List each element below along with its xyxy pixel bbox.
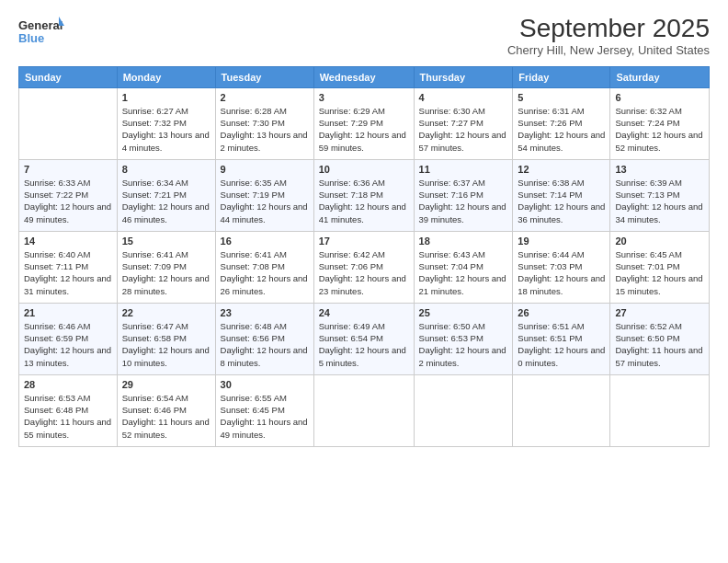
- subtitle: Cherry Hill, New Jersey, United States: [507, 43, 710, 57]
- day-cell: 23 Sunrise: 6:48 AMSunset: 6:56 PMDaylig…: [215, 303, 313, 374]
- day-info: Sunrise: 6:27 AMSunset: 7:32 PMDaylight:…: [122, 105, 210, 154]
- day-number: 9: [221, 164, 309, 175]
- day-info: Sunrise: 6:42 AMSunset: 7:06 PMDaylight:…: [319, 248, 409, 297]
- day-info: Sunrise: 6:41 AMSunset: 7:08 PMDaylight:…: [221, 248, 309, 297]
- title-block: September 2025 Cherry Hill, New Jersey, …: [507, 15, 710, 57]
- day-cell: [414, 374, 513, 446]
- day-cell: 28 Sunrise: 6:53 AMSunset: 6:48 PMDaylig…: [19, 374, 118, 446]
- day-info: Sunrise: 6:46 AMSunset: 6:59 PMDaylight:…: [24, 320, 112, 369]
- day-cell: 12 Sunrise: 6:38 AMSunset: 7:14 PMDaylig…: [513, 159, 610, 231]
- day-cell: [313, 374, 414, 446]
- column-header-wednesday: Wednesday: [313, 66, 414, 87]
- day-info: Sunrise: 6:36 AMSunset: 7:18 PMDaylight:…: [319, 177, 409, 225]
- day-info: Sunrise: 6:34 AMSunset: 7:21 PMDaylight:…: [122, 177, 210, 225]
- day-number: 19: [518, 236, 605, 247]
- day-number: 7: [24, 164, 112, 175]
- day-number: 28: [24, 379, 112, 390]
- day-info: Sunrise: 6:35 AMSunset: 7:19 PMDaylight:…: [221, 177, 309, 225]
- day-number: 23: [221, 307, 309, 318]
- day-cell: [610, 374, 710, 446]
- day-info: Sunrise: 6:48 AMSunset: 6:56 PMDaylight:…: [221, 320, 309, 369]
- day-cell: 2 Sunrise: 6:28 AMSunset: 7:30 PMDayligh…: [215, 87, 313, 159]
- day-number: 4: [419, 92, 508, 103]
- day-info: Sunrise: 6:54 AMSunset: 6:46 PMDaylight:…: [122, 392, 210, 441]
- column-header-friday: Friday: [513, 66, 610, 87]
- logo-svg: General Blue: [18, 15, 64, 48]
- day-cell: 25 Sunrise: 6:50 AMSunset: 6:53 PMDaylig…: [414, 303, 513, 374]
- day-number: 11: [419, 164, 508, 175]
- svg-text:General: General: [18, 18, 63, 32]
- day-cell: 5 Sunrise: 6:31 AMSunset: 7:26 PMDayligh…: [513, 87, 610, 159]
- logo: General Blue: [18, 15, 64, 48]
- day-cell: 10 Sunrise: 6:36 AMSunset: 7:18 PMDaylig…: [313, 159, 414, 231]
- day-number: 14: [24, 236, 112, 247]
- week-row-2: 7 Sunrise: 6:33 AMSunset: 7:22 PMDayligh…: [19, 159, 710, 231]
- column-header-saturday: Saturday: [610, 66, 710, 87]
- day-cell: 11 Sunrise: 6:37 AMSunset: 7:16 PMDaylig…: [414, 159, 513, 231]
- day-number: 3: [319, 92, 409, 103]
- column-header-monday: Monday: [117, 66, 215, 87]
- day-cell: 30 Sunrise: 6:55 AMSunset: 6:45 PMDaylig…: [215, 374, 313, 446]
- day-info: Sunrise: 6:49 AMSunset: 6:54 PMDaylight:…: [319, 320, 409, 369]
- day-number: 6: [615, 92, 704, 103]
- day-number: 24: [319, 307, 409, 318]
- day-number: 15: [122, 236, 210, 247]
- day-info: Sunrise: 6:43 AMSunset: 7:04 PMDaylight:…: [419, 248, 508, 297]
- day-info: Sunrise: 6:30 AMSunset: 7:27 PMDaylight:…: [419, 105, 508, 154]
- week-row-5: 28 Sunrise: 6:53 AMSunset: 6:48 PMDaylig…: [19, 374, 710, 446]
- day-cell: 6 Sunrise: 6:32 AMSunset: 7:24 PMDayligh…: [610, 87, 710, 159]
- column-header-thursday: Thursday: [414, 66, 513, 87]
- calendar-table: SundayMondayTuesdayWednesdayThursdayFrid…: [18, 66, 710, 447]
- header: General Blue September 2025 Cherry Hill,…: [18, 15, 710, 57]
- day-cell: 18 Sunrise: 6:43 AMSunset: 7:04 PMDaylig…: [414, 231, 513, 303]
- day-cell: 27 Sunrise: 6:52 AMSunset: 6:50 PMDaylig…: [610, 303, 710, 374]
- day-info: Sunrise: 6:45 AMSunset: 7:01 PMDaylight:…: [615, 248, 704, 297]
- day-info: Sunrise: 6:29 AMSunset: 7:29 PMDaylight:…: [319, 105, 409, 154]
- day-cell: 21 Sunrise: 6:46 AMSunset: 6:59 PMDaylig…: [19, 303, 118, 374]
- day-number: 22: [122, 307, 210, 318]
- day-info: Sunrise: 6:47 AMSunset: 6:58 PMDaylight:…: [122, 320, 210, 369]
- day-info: Sunrise: 6:53 AMSunset: 6:48 PMDaylight:…: [24, 392, 112, 441]
- day-cell: 22 Sunrise: 6:47 AMSunset: 6:58 PMDaylig…: [117, 303, 215, 374]
- day-number: 18: [419, 236, 508, 247]
- day-cell: 7 Sunrise: 6:33 AMSunset: 7:22 PMDayligh…: [19, 159, 118, 231]
- day-info: Sunrise: 6:37 AMSunset: 7:16 PMDaylight:…: [419, 177, 508, 225]
- day-cell: 9 Sunrise: 6:35 AMSunset: 7:19 PMDayligh…: [215, 159, 313, 231]
- day-info: Sunrise: 6:31 AMSunset: 7:26 PMDaylight:…: [518, 105, 605, 154]
- day-cell: 26 Sunrise: 6:51 AMSunset: 6:51 PMDaylig…: [513, 303, 610, 374]
- column-header-sunday: Sunday: [19, 66, 118, 87]
- day-info: Sunrise: 6:28 AMSunset: 7:30 PMDaylight:…: [221, 105, 309, 154]
- day-cell: [19, 87, 118, 159]
- day-info: Sunrise: 6:39 AMSunset: 7:13 PMDaylight:…: [615, 177, 704, 225]
- day-cell: 17 Sunrise: 6:42 AMSunset: 7:06 PMDaylig…: [313, 231, 414, 303]
- day-info: Sunrise: 6:55 AMSunset: 6:45 PMDaylight:…: [221, 392, 309, 441]
- day-number: 16: [221, 236, 309, 247]
- day-number: 13: [615, 164, 704, 175]
- day-number: 2: [221, 92, 309, 103]
- day-cell: 29 Sunrise: 6:54 AMSunset: 6:46 PMDaylig…: [117, 374, 215, 446]
- day-number: 30: [221, 379, 309, 390]
- day-number: 5: [518, 92, 605, 103]
- calendar-header-row: SundayMondayTuesdayWednesdayThursdayFrid…: [19, 66, 710, 87]
- day-cell: 8 Sunrise: 6:34 AMSunset: 7:21 PMDayligh…: [117, 159, 215, 231]
- day-number: 10: [319, 164, 409, 175]
- day-info: Sunrise: 6:41 AMSunset: 7:09 PMDaylight:…: [122, 248, 210, 297]
- day-info: Sunrise: 6:40 AMSunset: 7:11 PMDaylight:…: [24, 248, 112, 297]
- day-cell: 13 Sunrise: 6:39 AMSunset: 7:13 PMDaylig…: [610, 159, 710, 231]
- day-info: Sunrise: 6:51 AMSunset: 6:51 PMDaylight:…: [518, 320, 605, 369]
- day-number: 29: [122, 379, 210, 390]
- day-cell: 4 Sunrise: 6:30 AMSunset: 7:27 PMDayligh…: [414, 87, 513, 159]
- day-number: 12: [518, 164, 605, 175]
- page: General Blue September 2025 Cherry Hill,…: [0, 0, 728, 563]
- week-row-3: 14 Sunrise: 6:40 AMSunset: 7:11 PMDaylig…: [19, 231, 710, 303]
- main-title: September 2025: [507, 15, 710, 43]
- day-info: Sunrise: 6:33 AMSunset: 7:22 PMDaylight:…: [24, 177, 112, 225]
- day-cell: 19 Sunrise: 6:44 AMSunset: 7:03 PMDaylig…: [513, 231, 610, 303]
- day-number: 17: [319, 236, 409, 247]
- day-cell: [513, 374, 610, 446]
- week-row-1: 1 Sunrise: 6:27 AMSunset: 7:32 PMDayligh…: [19, 87, 710, 159]
- day-cell: 24 Sunrise: 6:49 AMSunset: 6:54 PMDaylig…: [313, 303, 414, 374]
- day-info: Sunrise: 6:38 AMSunset: 7:14 PMDaylight:…: [518, 177, 605, 225]
- day-cell: 16 Sunrise: 6:41 AMSunset: 7:08 PMDaylig…: [215, 231, 313, 303]
- day-cell: 15 Sunrise: 6:41 AMSunset: 7:09 PMDaylig…: [117, 231, 215, 303]
